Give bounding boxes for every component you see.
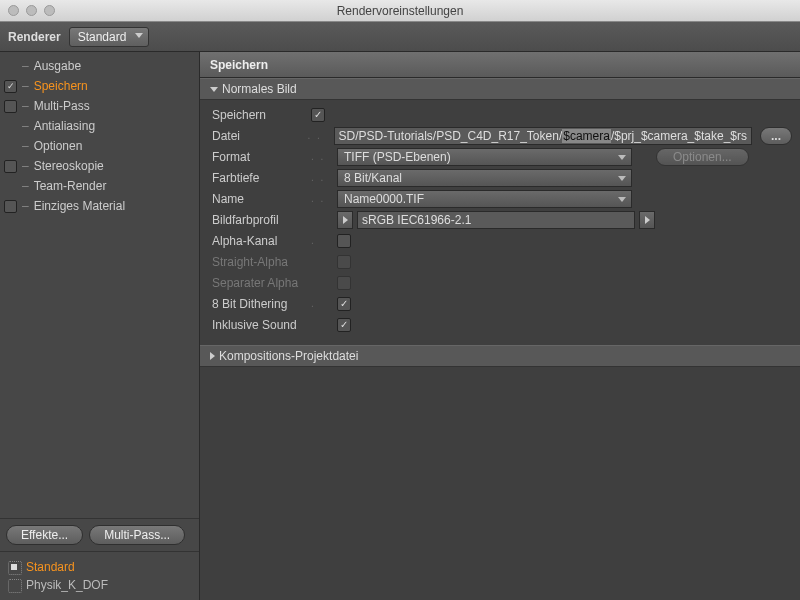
checkbox-icon[interactable] [4, 80, 17, 93]
name-dropdown[interactable]: Name0000.TIF [337, 190, 632, 208]
multipass-button[interactable]: Multi-Pass... [89, 525, 185, 545]
chevron-down-icon [618, 155, 626, 160]
browse-button[interactable]: ... [760, 127, 792, 145]
arrow-right-icon [645, 216, 650, 224]
row-farbtiefe: Farbtiefe. . . 8 Bit/Kanal [212, 167, 792, 188]
profile-next-button[interactable] [639, 211, 655, 229]
renderer-value: Standard [78, 30, 127, 44]
profile-input[interactable]: sRGB IEC61966-2.1 [357, 211, 635, 229]
renderer-label: Renderer [8, 30, 61, 44]
row-sound: Inklusive Sound [212, 314, 792, 335]
section-label: Kompositions-Projektdatei [219, 349, 358, 363]
window-title: Rendervoreinstellungen [0, 4, 800, 18]
alpha-checkbox[interactable] [337, 234, 351, 248]
sidebar-nav: –Ausgabe –Speichern –Multi-Pass –Antiali… [0, 52, 199, 518]
row-alpha: Alpha-Kanal. [212, 230, 792, 251]
dithering-checkbox[interactable] [337, 297, 351, 311]
sidebar-item-ausgabe[interactable]: –Ausgabe [0, 56, 199, 76]
sidebar-item-antialiasing[interactable]: –Antialiasing [0, 116, 199, 136]
row-datei: Datei. . SD/PSD-Tutorials/PSD_C4D_R17_To… [212, 125, 792, 146]
sound-checkbox[interactable] [337, 318, 351, 332]
profile-pick-button[interactable] [337, 211, 353, 229]
sidebar-item-stereoskopie[interactable]: –Stereoskopie [0, 156, 199, 176]
row-speichern: Speichern [212, 104, 792, 125]
sidebar-item-teamrender[interactable]: –Team-Render [0, 176, 199, 196]
row-dithering: 8 Bit Dithering. [212, 293, 792, 314]
sidebar-item-optionen[interactable]: –Optionen [0, 136, 199, 156]
row-name: Name. . . . Name0000.TIF [212, 188, 792, 209]
depth-dropdown[interactable]: 8 Bit/Kanal [337, 169, 632, 187]
chevron-down-icon [618, 176, 626, 181]
sidebar-buttons: Effekte... Multi-Pass... [0, 518, 199, 552]
triangle-down-icon [210, 87, 218, 92]
chevron-down-icon [135, 33, 143, 38]
sidebar-item-multipass[interactable]: –Multi-Pass [0, 96, 199, 116]
preset-icon [8, 579, 20, 591]
triangle-right-icon [210, 352, 215, 360]
sidebar-item-speichern[interactable]: –Speichern [0, 76, 199, 96]
preset-standard[interactable]: Standard [4, 558, 195, 576]
preset-list: Standard Physik_K_DOF [0, 552, 199, 600]
row-straight-alpha: Straight-Alpha [212, 251, 792, 272]
main-panel: Speichern Normales Bild Speichern Datei.… [200, 52, 800, 600]
separater-alpha-checkbox [337, 276, 351, 290]
format-options-button[interactable]: Optionen... [656, 148, 749, 166]
effects-button[interactable]: Effekte... [6, 525, 83, 545]
panel-title: Speichern [200, 52, 800, 78]
row-format: Format. . . . TIFF (PSD-Ebenen) Optionen… [212, 146, 792, 167]
renderer-toolbar: Renderer Standard [0, 22, 800, 52]
file-path-input[interactable]: SD/PSD-Tutorials/PSD_C4D_R17_Token/$came… [334, 127, 752, 145]
preset-active-icon [8, 561, 20, 573]
titlebar: Rendervoreinstellungen [0, 0, 800, 22]
straight-alpha-checkbox [337, 255, 351, 269]
preset-physik[interactable]: Physik_K_DOF [4, 576, 195, 594]
chevron-down-icon [618, 197, 626, 202]
renderer-dropdown[interactable]: Standard [69, 27, 149, 47]
render-settings-window: Rendervoreinstellungen Renderer Standard… [0, 0, 800, 600]
sidebar-item-einziges-material[interactable]: –Einziges Material [0, 196, 199, 216]
section-normales-bild[interactable]: Normales Bild [200, 78, 800, 100]
format-dropdown[interactable]: TIFF (PSD-Ebenen) [337, 148, 632, 166]
save-checkbox[interactable] [311, 108, 325, 122]
checkbox-icon[interactable] [4, 160, 17, 173]
checkbox-icon[interactable] [4, 200, 17, 213]
arrow-right-icon [343, 216, 348, 224]
sidebar: –Ausgabe –Speichern –Multi-Pass –Antiali… [0, 52, 200, 600]
row-bildfarbprofil: Bildfarbprofil sRGB IEC61966-2.1 [212, 209, 792, 230]
section-kompositions-projektdatei[interactable]: Kompositions-Projektdatei [200, 345, 800, 367]
section-label: Normales Bild [222, 82, 297, 96]
content-area: –Ausgabe –Speichern –Multi-Pass –Antiali… [0, 52, 800, 600]
row-separater-alpha: Separater Alpha [212, 272, 792, 293]
form-normales-bild: Speichern Datei. . SD/PSD-Tutorials/PSD_… [200, 100, 800, 345]
checkbox-icon[interactable] [4, 100, 17, 113]
